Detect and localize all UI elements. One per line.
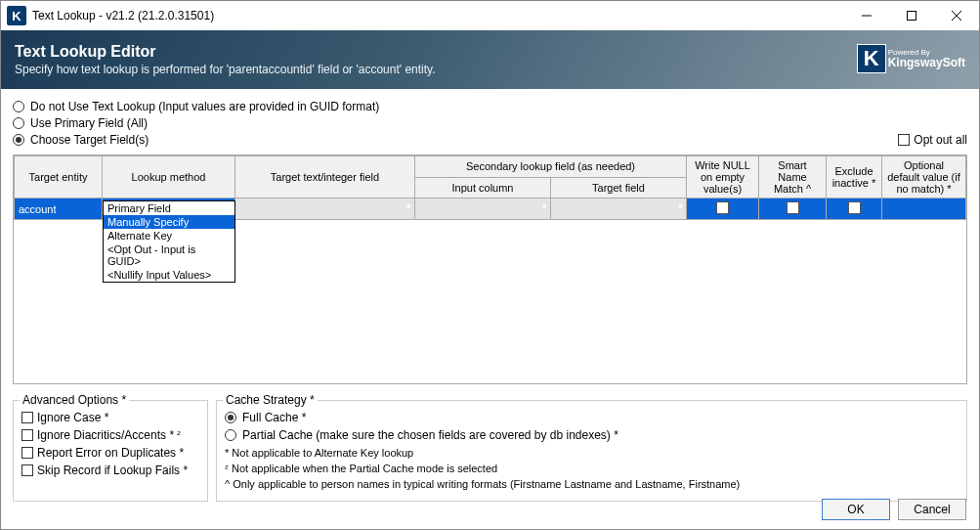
checkbox-icon bbox=[21, 412, 33, 423]
banner-heading: Text Lookup Editor bbox=[15, 43, 436, 61]
footnote: ᶻ Not applicable when the Partial Cache … bbox=[225, 462, 959, 477]
lookup-method-dropdown[interactable]: Primary Field Manually Specify Alternate… bbox=[103, 200, 235, 283]
dropdown-option[interactable]: <Nullify Input Values> bbox=[104, 268, 234, 282]
footnote: * Not applicable to Alternate Key lookup bbox=[225, 446, 959, 462]
radio-icon bbox=[225, 429, 236, 441]
radio-icon bbox=[13, 134, 24, 146]
col-target-text[interactable]: Target text/integer field bbox=[235, 156, 415, 199]
checkbox-icon bbox=[787, 201, 799, 214]
checkbox-icon bbox=[21, 429, 33, 441]
cell-smart-name[interactable] bbox=[759, 199, 827, 220]
svg-rect-1 bbox=[908, 12, 916, 21]
cache-strategy-panel: Cache Strategy * Full Cache * Partial Ca… bbox=[216, 400, 967, 502]
col-target-entity[interactable]: Target entity bbox=[15, 156, 103, 199]
lookup-grid: Target entity Lookup method Target text/… bbox=[13, 155, 967, 384]
optout-all-label: Opt out all bbox=[914, 133, 967, 147]
cell-input-column[interactable]: ▾ bbox=[415, 199, 551, 220]
banner-subtitle: Specify how text lookup is performed for… bbox=[15, 63, 436, 76]
col-optional-default[interactable]: Optional default value (if no match) * bbox=[882, 156, 966, 199]
radio-label: Do not Use Text Lookup (Input values are… bbox=[30, 100, 379, 113]
col-input-column[interactable]: Input column bbox=[415, 177, 551, 199]
app-icon: K bbox=[7, 6, 26, 25]
optout-all-checkbox[interactable]: Opt out all bbox=[898, 133, 967, 147]
advanced-options-panel: Advanced Options * Ignore Case * Ignore … bbox=[13, 400, 208, 502]
full-cache-radio[interactable]: Full Cache * bbox=[225, 411, 959, 424]
skip-record-checkbox[interactable]: Skip Record if Lookup Fails * bbox=[21, 464, 199, 477]
radio-no-lookup[interactable]: Do not Use Text Lookup (Input values are… bbox=[13, 100, 967, 113]
cell-optional-default[interactable] bbox=[882, 199, 966, 220]
cell-exclude-inactive[interactable] bbox=[827, 199, 882, 220]
maximize-button[interactable] bbox=[889, 1, 934, 30]
radio-primary-field[interactable]: Use Primary Field (All) bbox=[13, 116, 967, 130]
col-target-field[interactable]: Target field bbox=[551, 177, 687, 199]
cell-write-null[interactable] bbox=[687, 199, 759, 220]
dropdown-option[interactable]: Manually Specify bbox=[104, 215, 234, 229]
col-write-null[interactable]: Write NULL on empty value(s) bbox=[687, 156, 759, 199]
radio-icon bbox=[225, 412, 236, 423]
checkbox-icon bbox=[21, 464, 33, 476]
cell-target-field[interactable]: ▾ bbox=[551, 199, 687, 220]
radio-icon bbox=[13, 117, 24, 129]
cache-legend: Cache Strategy * bbox=[223, 393, 318, 407]
radio-choose-target[interactable]: Choose Target Field(s) Opt out all bbox=[13, 133, 967, 147]
dropdown-option[interactable]: Alternate Key bbox=[104, 229, 234, 243]
chevron-down-icon: ▾ bbox=[678, 201, 683, 211]
ignore-diacritics-checkbox[interactable]: Ignore Diacritics/Accents * ᶻ bbox=[21, 428, 199, 442]
radio-label: Choose Target Field(s) bbox=[30, 133, 149, 147]
header-banner: Text Lookup Editor Specify how text look… bbox=[1, 30, 979, 89]
close-button[interactable] bbox=[934, 1, 979, 30]
advanced-legend: Advanced Options * bbox=[20, 393, 129, 407]
dropdown-option[interactable]: Primary Field bbox=[104, 201, 234, 215]
checkbox-icon bbox=[716, 201, 729, 214]
col-smart-name[interactable]: Smart Name Match ^ bbox=[759, 156, 827, 199]
dropdown-option[interactable]: <Opt Out - Input is GUID> bbox=[104, 243, 234, 268]
report-error-checkbox[interactable]: Report Error on Duplicates * bbox=[21, 446, 199, 460]
minimize-button[interactable] bbox=[844, 1, 889, 30]
cancel-button[interactable]: Cancel bbox=[898, 499, 966, 520]
title-bar: K Text Lookup - v21.2 (21.2.0.31501) bbox=[1, 1, 979, 30]
window-title: Text Lookup - v21.2 (21.2.0.31501) bbox=[32, 9, 844, 22]
col-lookup-method[interactable]: Lookup method bbox=[103, 156, 235, 199]
ignore-case-checkbox[interactable]: Ignore Case * bbox=[21, 411, 199, 424]
checkbox-icon bbox=[848, 201, 861, 214]
ok-button[interactable]: OK bbox=[822, 499, 890, 520]
footnote: ^ Only applicable to person names in typ… bbox=[225, 477, 959, 493]
chevron-down-icon: ▾ bbox=[406, 201, 411, 211]
col-exclude-inactive[interactable]: Exclude inactive * bbox=[827, 156, 882, 199]
checkbox-icon bbox=[898, 134, 910, 146]
radio-icon bbox=[13, 101, 24, 112]
chevron-down-icon: ▾ bbox=[542, 201, 547, 211]
brand-logo: K Powered By KingswaySoft bbox=[857, 44, 965, 73]
col-secondary[interactable]: Secondary lookup field (as needed) bbox=[415, 156, 687, 178]
cell-target-text[interactable]: ▾ bbox=[235, 199, 415, 220]
checkbox-icon bbox=[21, 447, 33, 459]
cell-target-entity[interactable]: account bbox=[15, 199, 103, 220]
radio-label: Use Primary Field (All) bbox=[30, 116, 148, 130]
partial-cache-radio[interactable]: Partial Cache (make sure the chosen fiel… bbox=[225, 428, 959, 442]
